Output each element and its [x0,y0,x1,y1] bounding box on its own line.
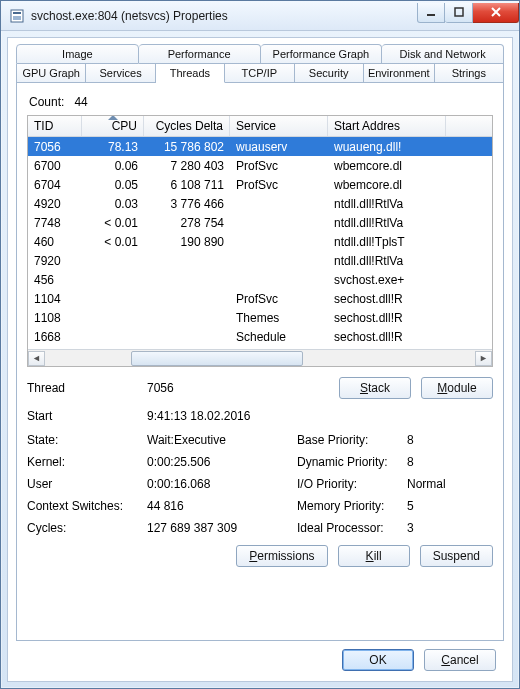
titlebar[interactable]: svchost.exe:804 (netsvcs) Properties [1,1,519,31]
cell-svc [230,277,328,283]
table-row[interactable]: 705678.1315 786 802wuauservwuaueng.dll! [28,137,492,156]
horizontal-scrollbar[interactable]: ◄ ► [28,349,492,366]
cell-tid: 1668 [28,327,82,347]
basepri-value: 8 [407,433,467,447]
col-cycles[interactable]: Cycles Delta [144,116,230,136]
cell-cyc [144,258,230,264]
ctxsw-label: Context Switches: [27,499,147,513]
table-row[interactable]: 7748< 0.01278 754ntdll.dll!RtlVa [28,213,492,232]
close-button[interactable] [473,3,519,23]
cell-svc [230,258,328,264]
scroll-track[interactable] [45,351,475,366]
cell-cyc: 7 280 403 [144,156,230,176]
cell-cpu: < 0.01 [82,232,144,252]
cycles-label: Cycles: [27,521,147,535]
svg-rect-4 [455,8,463,16]
tab-threads[interactable]: Threads [156,64,225,83]
table-row[interactable]: 49200.033 776 466ntdll.dll!RtlVa [28,194,492,213]
cell-cyc: 6 108 711 [144,175,230,195]
dynpri-label: Dynamic Priority: [297,455,407,469]
user-value: 0:00:16.068 [147,477,297,491]
cell-tid: 456 [28,270,82,290]
tab-strings[interactable]: Strings [435,64,504,83]
cell-cyc: 190 890 [144,232,230,252]
permissions-button[interactable]: Permissions [236,545,327,567]
idealproc-value: 3 [407,521,467,535]
minimize-button[interactable] [417,3,445,23]
cycles-value: 127 689 387 309 [147,521,297,535]
tab-security[interactable]: Security [295,64,364,83]
tab-gpu-graph[interactable]: GPU Graph [16,64,86,83]
module-button[interactable]: Module [421,377,493,399]
table-row[interactable]: 1104ProfSvcsechost.dll!R [28,289,492,308]
grid-header: TID CPU Cycles Delta Service Start Addre… [28,116,492,137]
scroll-thumb[interactable] [131,351,303,366]
grid-body[interactable]: 705678.1315 786 802wuauservwuaueng.dll!6… [28,137,492,349]
col-cpu[interactable]: CPU [82,116,144,136]
cell-cpu: 0.03 [82,194,144,214]
cell-addr: ntdll.dll!RtlVa [328,213,446,233]
thread-label: Thread [27,381,147,395]
user-label: User [27,477,147,491]
cell-tid: 7748 [28,213,82,233]
cell-addr: ntdll.dll!TplsT [328,232,446,252]
cancel-button[interactable]: Cancel [424,649,496,671]
table-row[interactable]: 456svchost.exe+ [28,270,492,289]
ok-button[interactable]: OK [342,649,414,671]
tabs-row-2: GPU Graph Services Threads TCP/IP Securi… [16,64,504,83]
cell-cpu [82,315,144,321]
cell-svc [230,239,328,245]
table-row[interactable]: 67040.056 108 711ProfSvcwbemcore.dl [28,175,492,194]
state-label: State: [27,433,147,447]
table-row[interactable]: 1108Themessechost.dll!R [28,308,492,327]
cell-svc: wuauserv [230,137,328,157]
table-row[interactable]: 7920ntdll.dll!RtlVa [28,251,492,270]
col-service[interactable]: Service [230,116,328,136]
cell-cyc [144,277,230,283]
stack-button[interactable]: Stack [339,377,411,399]
cell-svc: Schedule [230,327,328,347]
threads-grid[interactable]: TID CPU Cycles Delta Service Start Addre… [27,115,493,367]
scroll-right-icon[interactable]: ► [475,351,492,366]
dynpri-value: 8 [407,455,467,469]
idealproc-label: Ideal Processor: [297,521,407,535]
cell-cpu: < 0.01 [82,213,144,233]
tab-performance[interactable]: Performance [139,44,261,64]
tab-image[interactable]: Image [16,44,139,64]
cell-cpu: 0.05 [82,175,144,195]
tab-tcpip[interactable]: TCP/IP [225,64,294,83]
dialog-buttons: OK Cancel [16,641,504,675]
tab-performance-graph[interactable]: Performance Graph [261,44,383,64]
iopri-value: Normal [407,477,467,491]
col-tid[interactable]: TID [28,116,82,136]
cell-cyc: 3 776 466 [144,194,230,214]
cell-svc: Themes [230,308,328,328]
cell-svc: ProfSvc [230,289,328,309]
cell-tid: 7056 [28,137,82,157]
cell-svc [230,201,328,207]
scroll-left-icon[interactable]: ◄ [28,351,45,366]
cell-addr: wuaueng.dll! [328,137,446,157]
suspend-button[interactable]: Suspend [420,545,493,567]
tab-disk-network[interactable]: Disk and Network [382,44,504,64]
cell-cyc: 278 754 [144,213,230,233]
table-row[interactable]: 460< 0.01190 890ntdll.dll!TplsT [28,232,492,251]
app-icon [9,8,25,24]
cell-svc: ProfSvc [230,156,328,176]
table-row[interactable]: 67000.067 280 403ProfSvcwbemcore.dl [28,156,492,175]
tab-services[interactable]: Services [86,64,155,83]
table-row[interactable]: 1668Schedulesechost.dll!R [28,327,492,346]
cell-cyc [144,315,230,321]
tab-environment[interactable]: Environment [364,64,435,83]
mempri-value: 5 [407,499,467,513]
mempri-label: Memory Priority: [297,499,407,513]
cell-cpu: 0.06 [82,156,144,176]
maximize-button[interactable] [445,3,473,23]
cell-cyc: 15 786 802 [144,137,230,157]
col-start-address[interactable]: Start Addres [328,116,446,136]
svg-rect-3 [427,14,435,16]
count-label: Count: [29,95,64,109]
kill-button[interactable]: Kill [338,545,410,567]
cell-addr: ntdll.dll!RtlVa [328,251,446,271]
cell-tid: 4920 [28,194,82,214]
